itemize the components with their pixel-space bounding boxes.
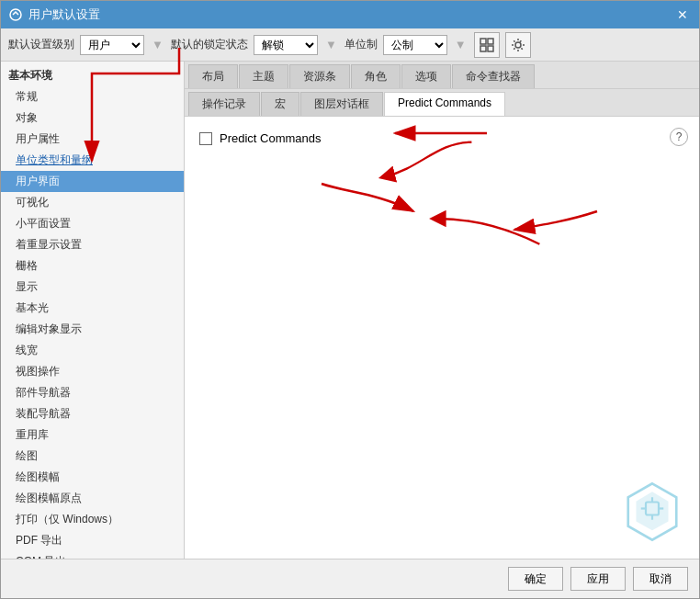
toolbar-separator2: ▼ [325,38,337,51]
tab-cmd-finder[interactable]: 命令查找器 [452,64,535,88]
settings-icon-btn[interactable] [505,32,531,58]
predict-label: Predict Commands [220,131,322,145]
tab-operation-log[interactable]: 操作记录 [188,92,260,116]
sidebar-item-user-attr[interactable]: 用户属性 [1,129,184,150]
sidebar: 基本环境 常规 对象 用户属性 单位类型和量纲 用户界面 可视化 小平面设置 着… [1,62,185,559]
ok-button[interactable]: 确定 [508,567,563,591]
toolbar-separator3: ▼ [455,38,467,51]
apps-icon-btn[interactable] [474,32,500,58]
unit-label: 单位制 [344,37,378,52]
tabs-row2: 操作记录 宏 图层对话框 Predict Commands [185,89,699,117]
title-bar-icon [8,7,23,22]
content-area: 基本环境 常规 对象 用户属性 单位类型和量纲 用户界面 可视化 小平面设置 着… [1,62,699,559]
title-bar: 用户默认设置 ✕ [1,1,699,28]
sidebar-item-cgm[interactable]: CGM 导出 [1,551,184,559]
unit-select[interactable]: 公制 [383,35,447,55]
svg-rect-4 [488,46,493,51]
sidebar-item-unit-type[interactable]: 单位类型和量纲 [1,150,184,171]
predict-row: Predict Commands [199,131,684,145]
svg-rect-3 [480,46,486,51]
tab-predict-commands[interactable]: Predict Commands [384,92,505,116]
sidebar-item-highlight[interactable]: 着重显示设置 [1,234,184,255]
tab-theme[interactable]: 主题 [239,64,288,88]
sidebar-item-reuse-lib[interactable]: 重用库 [1,424,184,446]
predict-checkbox[interactable] [199,132,212,145]
tab-options[interactable]: 选项 [401,64,451,88]
tabs-row1: 布局 主题 资源条 角色 选项 命令查找器 [185,62,699,89]
level-label: 默认设置级别 [8,37,74,52]
svg-point-0 [10,9,21,20]
sidebar-item-user-ui[interactable]: 用户界面 [1,171,184,192]
sidebar-item-view-op[interactable]: 视图操作 [1,361,184,382]
sidebar-item-pdf[interactable]: PDF 导出 [1,530,184,551]
window-title: 用户默认设置 [28,6,673,23]
sidebar-item-basic-env[interactable]: 基本环境 [1,65,184,86]
help-icon[interactable]: ? [670,128,688,146]
footer: 确定 应用 取消 [1,559,699,598]
sidebar-item-object[interactable]: 对象 [1,107,184,129]
sidebar-item-basic-light[interactable]: 基本光 [1,298,184,319]
tab-macro[interactable]: 宏 [261,92,299,116]
brand-logo [620,480,684,544]
sidebar-item-draw-origin[interactable]: 绘图模幅原点 [1,488,184,509]
sidebar-item-edit-obj[interactable]: 编辑对象显示 [1,319,184,340]
close-button[interactable]: ✕ [673,6,692,24]
svg-point-5 [515,42,521,48]
sidebar-item-facet[interactable]: 小平面设置 [1,213,184,234]
panel-content: Predict Commands ? [185,117,699,559]
sidebar-item-visual[interactable]: 可视化 [1,192,184,213]
tab-resource[interactable]: 资源条 [289,64,350,88]
svg-rect-1 [480,39,486,44]
sidebar-item-drawing[interactable]: 绘图 [1,446,184,467]
apply-button[interactable]: 应用 [570,567,626,591]
tab-role[interactable]: 角色 [351,64,401,88]
sidebar-item-draw-size[interactable]: 绘图模幅 [1,467,184,488]
svg-rect-2 [488,39,493,44]
tab-layout[interactable]: 布局 [188,64,238,88]
lock-label: 默认的锁定状态 [171,37,248,52]
tab-layer-dialog[interactable]: 图层对话框 [300,92,383,116]
main-panel: 布局 主题 资源条 角色 选项 命令查找器 操作记录 宏 图层对话框 Predi… [185,62,699,559]
cancel-button[interactable]: 取消 [633,567,688,591]
toolbar-separator1: ▼ [152,38,164,51]
sidebar-item-display[interactable]: 显示 [1,277,184,298]
lock-select[interactable]: 解锁 [254,35,318,55]
sidebar-item-part-nav[interactable]: 部件导航器 [1,382,184,403]
toolbar: 默认设置级别 用户 ▼ 默认的锁定状态 解锁 ▼ 单位制 公制 ▼ [1,28,699,62]
sidebar-item-print[interactable]: 打印（仅 Windows） [1,509,184,530]
sidebar-item-linewidth[interactable]: 线宽 [1,340,184,361]
sidebar-item-grid[interactable]: 栅格 [1,255,184,277]
sidebar-item-asm-nav[interactable]: 装配导航器 [1,403,184,424]
sidebar-item-general[interactable]: 常规 [1,86,184,107]
level-select[interactable]: 用户 [80,35,144,55]
